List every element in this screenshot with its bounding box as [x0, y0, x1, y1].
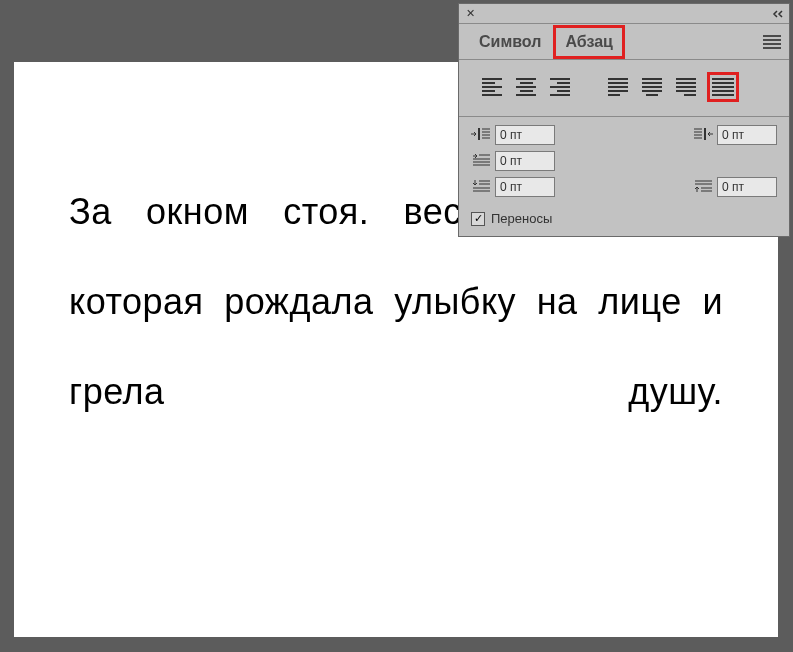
align-right-button[interactable]: [547, 76, 573, 98]
space-before-input[interactable]: [495, 177, 555, 197]
justify-left-button[interactable]: [605, 76, 631, 98]
svg-rect-0: [478, 128, 480, 140]
first-line-indent-icon: [471, 152, 491, 170]
panel-tabs: Символ Абзац: [459, 24, 789, 60]
indent-right-field: [693, 125, 777, 145]
indent-right-input[interactable]: [717, 125, 777, 145]
align-left-button[interactable]: [479, 76, 505, 98]
indent-right-icon: [693, 126, 713, 144]
hyphenation-checkbox[interactable]: ✓: [471, 212, 485, 226]
tab-character[interactable]: Символ: [467, 25, 553, 59]
space-before-field: [471, 177, 555, 197]
svg-rect-9: [704, 128, 706, 140]
justify-all-button[interactable]: [707, 72, 739, 102]
tab-paragraph[interactable]: Абзац: [553, 25, 625, 59]
hyphenation-label: Переносы: [491, 211, 552, 226]
alignment-row: [459, 60, 789, 117]
panel-menu-icon[interactable]: [763, 35, 781, 49]
space-after-input[interactable]: [717, 177, 777, 197]
justify-center-button[interactable]: [639, 76, 665, 98]
first-line-indent-field: [471, 151, 555, 171]
align-center-button[interactable]: [513, 76, 539, 98]
indent-left-icon: [471, 126, 491, 144]
space-after-icon: [693, 178, 713, 196]
justify-right-button[interactable]: [673, 76, 699, 98]
indent-left-field: [471, 125, 555, 145]
spacing-section: [459, 117, 789, 207]
close-icon[interactable]: ✕: [463, 7, 477, 21]
first-line-indent-input[interactable]: [495, 151, 555, 171]
paragraph-panel: ✕ Символ Абзац: [458, 3, 790, 237]
hyphenation-row: ✓ Переносы: [459, 207, 789, 236]
panel-header: ✕: [459, 4, 789, 24]
indent-left-input[interactable]: [495, 125, 555, 145]
space-after-field: [693, 177, 777, 197]
space-before-icon: [471, 178, 491, 196]
collapse-icon[interactable]: [771, 7, 785, 21]
